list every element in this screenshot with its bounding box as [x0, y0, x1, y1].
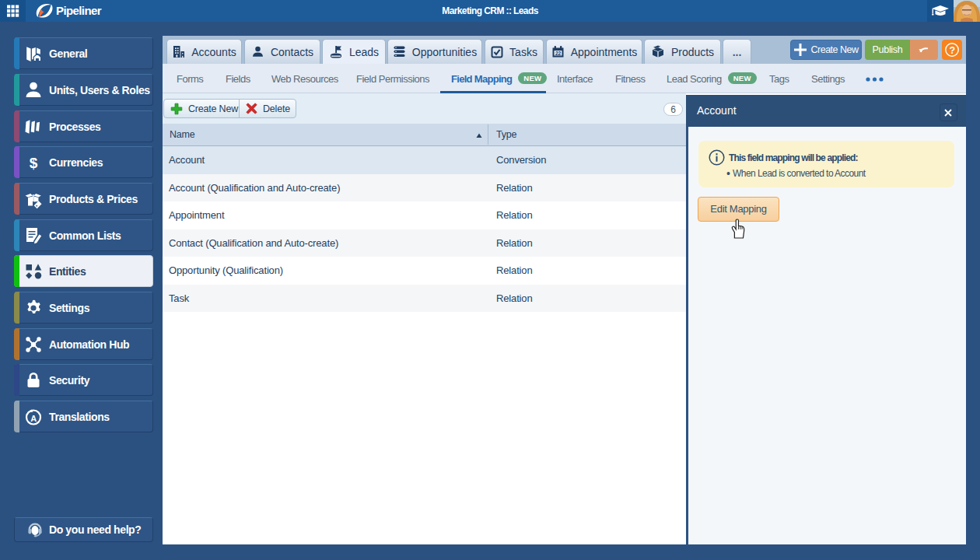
- svg-text:A: A: [30, 414, 37, 423]
- svg-text:22: 22: [555, 51, 562, 56]
- svg-text:?: ?: [949, 45, 954, 56]
- svg-text:$: $: [30, 154, 38, 170]
